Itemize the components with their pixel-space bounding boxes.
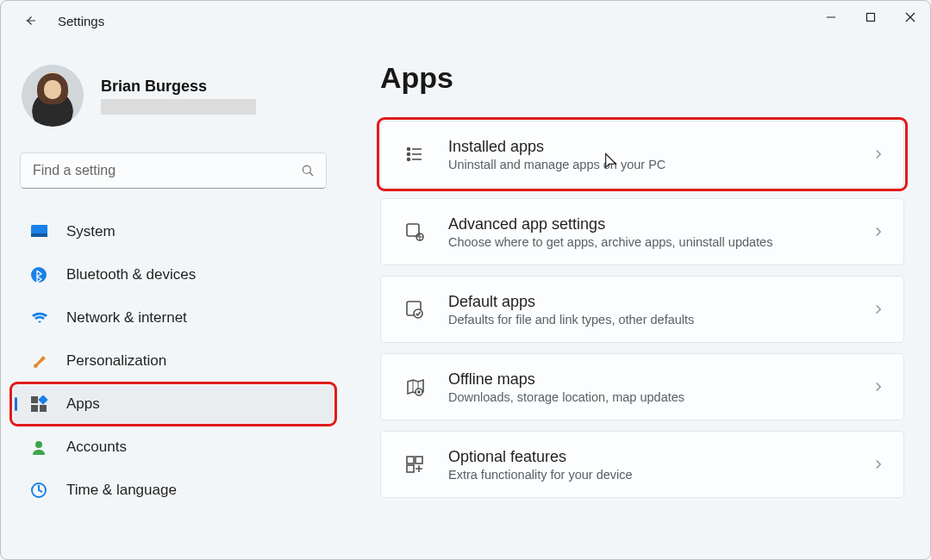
nav-item-bluetooth[interactable]: Bluetooth & devices [13, 256, 334, 294]
nav-label: Time & language [66, 482, 177, 499]
advanced-settings-icon [403, 221, 426, 243]
svg-rect-26 [407, 457, 414, 464]
nav-item-apps[interactable]: Apps [13, 385, 334, 423]
maximize-button[interactable] [851, 1, 890, 34]
svg-rect-11 [31, 405, 38, 412]
svg-point-15 [408, 148, 410, 151]
nav-label: Accounts [66, 439, 127, 456]
nav-item-personalization[interactable]: Personalization [13, 342, 334, 380]
nav-label: System [66, 223, 116, 240]
back-button[interactable] [22, 12, 39, 29]
sidebar: Brian Burgess System Bluetooth & devices [1, 40, 346, 559]
avatar [22, 65, 84, 127]
search-box[interactable] [20, 152, 327, 189]
window-title: Settings [58, 14, 104, 28]
card-title: Installed apps [448, 138, 848, 156]
brush-icon [30, 352, 47, 370]
card-offline-maps[interactable]: Offline maps Downloads, storage location… [380, 353, 904, 420]
close-button[interactable] [890, 1, 930, 34]
svg-rect-28 [407, 465, 414, 472]
chevron-right-icon [871, 224, 886, 240]
svg-line-5 [309, 172, 313, 176]
svg-rect-9 [31, 396, 38, 403]
card-title: Advanced app settings [448, 215, 848, 233]
chevron-right-icon [871, 379, 886, 395]
svg-rect-10 [38, 395, 47, 405]
card-subtitle: Choose where to get apps, archive apps, … [448, 235, 848, 249]
search-icon [300, 163, 316, 178]
nav-label: Apps [66, 395, 100, 413]
svg-rect-1 [867, 14, 875, 22]
svg-point-24 [414, 309, 422, 318]
chevron-right-icon [871, 302, 886, 317]
card-subtitle: Uninstall and manage apps on your PC [448, 158, 848, 171]
card-optional-features[interactable]: Optional features Extra functionality fo… [380, 431, 904, 498]
user-email-redacted [101, 99, 256, 115]
apps-icon [30, 395, 47, 413]
nav-label: Bluetooth & devices [66, 266, 196, 283]
svg-point-4 [303, 165, 310, 173]
search-input[interactable] [33, 163, 300, 178]
nav-item-system[interactable]: System [13, 213, 334, 251]
svg-point-13 [35, 441, 42, 448]
card-default-apps[interactable]: Default apps Defaults for file and link … [380, 276, 904, 343]
nav-item-accounts[interactable]: Accounts [13, 428, 334, 466]
nav-label: Network & internet [66, 309, 187, 327]
chevron-right-icon [871, 146, 886, 162]
titlebar: Settings [1, 1, 930, 40]
card-subtitle: Extra functionality for your device [448, 468, 848, 482]
wifi-icon [30, 309, 47, 327]
window-controls [811, 1, 930, 34]
user-name: Brian Burgess [101, 78, 256, 96]
person-icon [30, 439, 47, 456]
nav-label: Personalization [66, 352, 166, 370]
map-icon [403, 376, 426, 398]
nav-item-time-language[interactable]: Time & language [13, 471, 334, 509]
chevron-right-icon [871, 457, 886, 472]
card-advanced-app-settings[interactable]: Advanced app settings Choose where to ge… [380, 198, 904, 265]
card-installed-apps[interactable]: Installed apps Uninstall and manage apps… [380, 121, 904, 188]
svg-rect-12 [40, 405, 47, 412]
user-block[interactable]: Brian Burgess [13, 65, 334, 127]
main-pane: Apps Installed apps Uninstall and manage… [346, 40, 930, 559]
minimize-button[interactable] [811, 1, 851, 34]
svg-point-19 [408, 159, 410, 161]
page-heading: Apps [380, 61, 904, 95]
card-title: Offline maps [448, 370, 848, 389]
svg-point-8 [31, 267, 47, 283]
globe-clock-icon [30, 482, 47, 499]
system-icon [30, 223, 47, 240]
card-subtitle: Downloads, storage location, map updates [448, 390, 848, 404]
svg-rect-27 [416, 457, 422, 464]
svg-point-17 [408, 153, 410, 156]
bluetooth-icon [30, 266, 47, 283]
card-title: Default apps [448, 293, 848, 311]
card-title: Optional features [448, 448, 848, 466]
svg-rect-7 [31, 233, 47, 237]
card-subtitle: Defaults for file and link types, other … [448, 313, 848, 327]
default-apps-icon [403, 298, 426, 320]
nav-item-network[interactable]: Network & internet [13, 299, 334, 337]
optional-features-icon [403, 453, 426, 476]
installed-apps-icon [403, 143, 426, 165]
